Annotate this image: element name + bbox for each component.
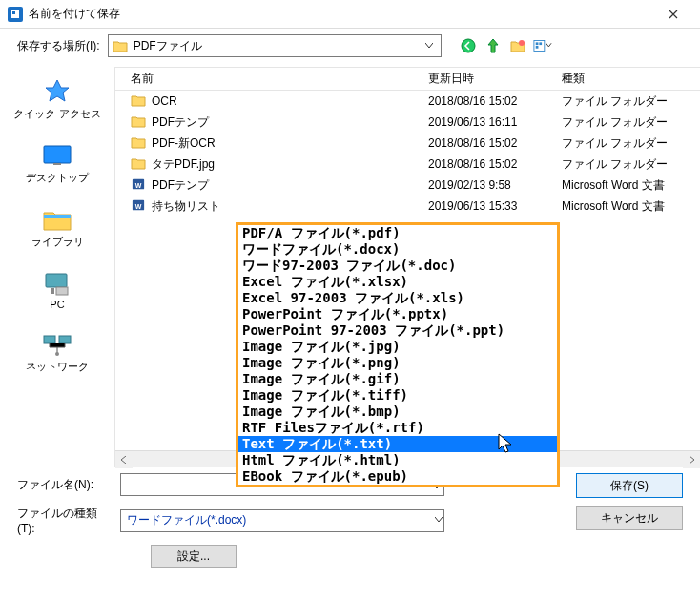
- places-sidebar: クイック アクセス デスクトップ ライブラリ PC ネットワーク: [0, 67, 114, 467]
- pc-icon: [42, 270, 72, 297]
- location-bar: 保存する場所(I): PDFファイル: [0, 29, 700, 67]
- network-icon: [42, 331, 72, 358]
- file-type: ファイル フォルダー: [562, 93, 700, 110]
- file-name: PDF-新OCR: [152, 135, 216, 152]
- folder-icon: [131, 135, 146, 152]
- svg-rect-6: [44, 146, 71, 163]
- new-folder-icon[interactable]: [508, 36, 527, 55]
- toolbar-icons: [459, 36, 552, 55]
- column-name[interactable]: 名前: [123, 71, 428, 87]
- svg-rect-12: [44, 336, 55, 343]
- sidebar-item-desktop[interactable]: デスクトップ: [0, 138, 114, 189]
- chevron-down-icon: [422, 36, 437, 55]
- svg-point-14: [55, 352, 59, 356]
- sidebar-item-network[interactable]: ネットワーク: [0, 327, 114, 378]
- chevron-down-icon: [435, 512, 443, 526]
- titlebar: 名前を付けて保存: [0, 0, 700, 29]
- back-icon[interactable]: [459, 36, 478, 55]
- filetype-option[interactable]: ワード97-2003 ファイル(*.doc): [238, 258, 557, 274]
- filetype-option[interactable]: PDF/A ファイル(*.pdf): [238, 225, 557, 241]
- svg-rect-5: [539, 42, 542, 45]
- svg-rect-10: [51, 288, 54, 294]
- scroll-right-icon[interactable]: [683, 451, 700, 468]
- sidebar-item-pc[interactable]: PC: [0, 266, 114, 314]
- file-name: OCR: [152, 94, 177, 108]
- file-date: 2018/08/16 15:02: [428, 94, 562, 108]
- file-row[interactable]: PDF-新OCR2018/08/16 15:02ファイル フォルダー: [115, 133, 700, 154]
- sidebar-item-label: クイック アクセス: [13, 107, 100, 121]
- filename-label: ファイル名(N):: [17, 477, 113, 493]
- file-row[interactable]: PDFテンプ2019/06/13 16:11ファイル フォルダー: [115, 112, 700, 133]
- file-type: ファイル フォルダー: [562, 114, 700, 131]
- filetype-option[interactable]: Image ファイル(*.gif): [238, 371, 557, 387]
- file-row[interactable]: WPDFテンプ2019/02/13 9:58Microsoft Word 文書: [115, 175, 700, 196]
- filetype-option[interactable]: Image ファイル(*.png): [238, 355, 557, 371]
- svg-rect-2: [534, 41, 545, 52]
- filetype-option[interactable]: Image ファイル(*.jpg): [238, 339, 557, 355]
- filetype-option[interactable]: Excel ファイル(*.xlsx): [238, 274, 557, 290]
- file-type: Microsoft Word 文書: [562, 177, 700, 194]
- filetype-option[interactable]: Excel 97-2003 ファイル(*.xls): [238, 290, 557, 306]
- up-icon[interactable]: [484, 36, 503, 55]
- file-date: 2019/06/13 15:33: [428, 199, 562, 213]
- folder-icon: [131, 114, 146, 131]
- filetype-option[interactable]: PowerPoint ファイル(*.pptx): [238, 306, 557, 322]
- file-name: PDFテンプ: [152, 177, 209, 194]
- close-button[interactable]: [654, 0, 692, 29]
- svg-rect-4: [535, 46, 538, 49]
- svg-rect-8: [44, 215, 71, 218]
- filetype-option[interactable]: ワードファイル(*.docx): [238, 241, 557, 258]
- file-name: PDFテンプ: [152, 114, 209, 131]
- filetype-label: ファイルの種類(T):: [17, 506, 113, 535]
- filetype-dropdown: PDF/A ファイル(*.pdf)ワードファイル(*.docx)ワード97-20…: [236, 222, 560, 487]
- filetype-option[interactable]: Text ファイル(*.txt): [238, 436, 557, 452]
- filetype-option[interactable]: Html ファイル(*.html): [238, 452, 557, 468]
- filetype-option[interactable]: Image ファイル(*.bmp): [238, 404, 557, 420]
- word-icon: W: [131, 198, 146, 215]
- file-type: Microsoft Word 文書: [562, 198, 700, 215]
- filetype-value: ワードファイル(*.docx): [127, 512, 246, 528]
- svg-rect-13: [59, 336, 71, 343]
- sidebar-item-label: デスクトップ: [26, 171, 89, 185]
- desktop-icon: [42, 142, 72, 169]
- location-combo[interactable]: PDFファイル: [108, 34, 442, 57]
- quick-access-icon: [42, 78, 72, 105]
- svg-rect-3: [535, 42, 538, 45]
- folder-icon: [131, 156, 146, 173]
- svg-text:W: W: [135, 181, 142, 188]
- file-type: ファイル フォルダー: [562, 135, 700, 152]
- filetype-option[interactable]: Image ファイル(*.tiff): [238, 387, 557, 404]
- folder-icon: [113, 39, 128, 52]
- sidebar-item-label: ライブラリ: [31, 235, 84, 249]
- sidebar-item-libraries[interactable]: ライブラリ: [0, 202, 114, 253]
- column-type[interactable]: 種類: [562, 71, 700, 87]
- file-date: 2019/02/13 9:58: [428, 178, 562, 192]
- location-value: PDFファイル: [134, 38, 416, 54]
- column-headers: 名前 更新日時 種類: [115, 68, 700, 91]
- sidebar-item-label: ネットワーク: [26, 360, 89, 374]
- filetype-option[interactable]: PowerPoint 97-2003 ファイル(*.ppt): [238, 322, 557, 339]
- settings-button[interactable]: 設定...: [151, 545, 237, 568]
- svg-text:W: W: [135, 202, 142, 209]
- filetype-option[interactable]: EBook ファイル(*.epub): [238, 468, 557, 485]
- svg-rect-11: [56, 287, 68, 295]
- file-row[interactable]: タテPDF.jpg2018/08/16 15:02ファイル フォルダー: [115, 154, 700, 175]
- filetype-combo[interactable]: ワードファイル(*.docx): [120, 509, 444, 532]
- filetype-option[interactable]: RTF Filesファイル(*.rtf): [238, 420, 557, 436]
- file-date: 2018/08/16 15:02: [428, 157, 562, 171]
- file-date: 2018/08/16 15:02: [428, 136, 562, 150]
- view-mode-icon[interactable]: [533, 36, 552, 55]
- svg-point-0: [462, 39, 475, 52]
- save-button[interactable]: 保存(S): [576, 473, 683, 498]
- column-date[interactable]: 更新日時: [428, 71, 562, 87]
- word-icon: W: [131, 177, 146, 194]
- window-title: 名前を付けて保存: [29, 6, 654, 22]
- file-row[interactable]: OCR2018/08/16 15:02ファイル フォルダー: [115, 91, 700, 112]
- file-name: 持ち物リスト: [152, 198, 220, 215]
- cancel-button[interactable]: キャンセル: [576, 506, 683, 530]
- scroll-left-icon[interactable]: [115, 451, 133, 468]
- app-icon: [8, 7, 23, 22]
- sidebar-item-label: PC: [50, 299, 64, 310]
- file-row[interactable]: W持ち物リスト2019/06/13 15:33Microsoft Word 文書: [115, 196, 700, 217]
- sidebar-item-quick-access[interactable]: クイック アクセス: [0, 74, 114, 125]
